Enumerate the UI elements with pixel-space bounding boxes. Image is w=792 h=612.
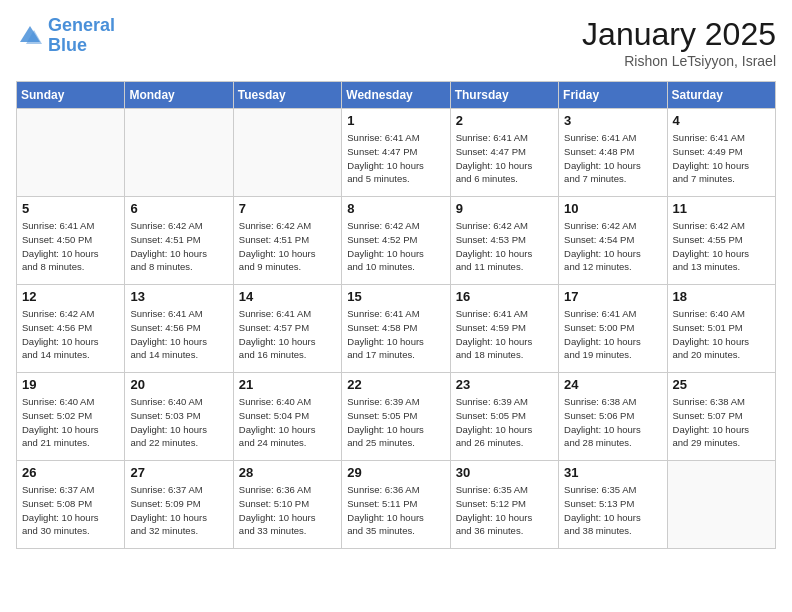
- day-header-friday: Friday: [559, 82, 667, 109]
- day-header-sunday: Sunday: [17, 82, 125, 109]
- logo-line1: General: [48, 15, 115, 35]
- day-number: 8: [347, 201, 444, 216]
- day-header-saturday: Saturday: [667, 82, 775, 109]
- day-info: Sunrise: 6:38 AM Sunset: 5:06 PM Dayligh…: [564, 395, 661, 450]
- calendar-cell: 18Sunrise: 6:40 AM Sunset: 5:01 PM Dayli…: [667, 285, 775, 373]
- logo: General Blue: [16, 16, 115, 56]
- day-number: 26: [22, 465, 119, 480]
- calendar-cell: 6Sunrise: 6:42 AM Sunset: 4:51 PM Daylig…: [125, 197, 233, 285]
- title-block: January 2025 Rishon LeTsiyyon, Israel: [582, 16, 776, 69]
- calendar-cell: 31Sunrise: 6:35 AM Sunset: 5:13 PM Dayli…: [559, 461, 667, 549]
- day-number: 4: [673, 113, 770, 128]
- calendar-cell: [233, 109, 341, 197]
- calendar-cell: 26Sunrise: 6:37 AM Sunset: 5:08 PM Dayli…: [17, 461, 125, 549]
- day-number: 10: [564, 201, 661, 216]
- week-row-3: 19Sunrise: 6:40 AM Sunset: 5:02 PM Dayli…: [17, 373, 776, 461]
- day-info: Sunrise: 6:37 AM Sunset: 5:09 PM Dayligh…: [130, 483, 227, 538]
- calendar-cell: 30Sunrise: 6:35 AM Sunset: 5:12 PM Dayli…: [450, 461, 558, 549]
- week-row-0: 1Sunrise: 6:41 AM Sunset: 4:47 PM Daylig…: [17, 109, 776, 197]
- day-info: Sunrise: 6:41 AM Sunset: 5:00 PM Dayligh…: [564, 307, 661, 362]
- day-number: 29: [347, 465, 444, 480]
- day-header-thursday: Thursday: [450, 82, 558, 109]
- day-number: 21: [239, 377, 336, 392]
- calendar-cell: [125, 109, 233, 197]
- logo-icon: [16, 22, 44, 50]
- day-header-monday: Monday: [125, 82, 233, 109]
- day-number: 7: [239, 201, 336, 216]
- day-number: 31: [564, 465, 661, 480]
- day-info: Sunrise: 6:41 AM Sunset: 4:49 PM Dayligh…: [673, 131, 770, 186]
- day-info: Sunrise: 6:41 AM Sunset: 4:50 PM Dayligh…: [22, 219, 119, 274]
- day-number: 13: [130, 289, 227, 304]
- day-number: 27: [130, 465, 227, 480]
- day-number: 5: [22, 201, 119, 216]
- day-number: 14: [239, 289, 336, 304]
- calendar-cell: [667, 461, 775, 549]
- day-info: Sunrise: 6:42 AM Sunset: 4:53 PM Dayligh…: [456, 219, 553, 274]
- calendar-cell: 1Sunrise: 6:41 AM Sunset: 4:47 PM Daylig…: [342, 109, 450, 197]
- day-info: Sunrise: 6:39 AM Sunset: 5:05 PM Dayligh…: [456, 395, 553, 450]
- day-info: Sunrise: 6:42 AM Sunset: 4:54 PM Dayligh…: [564, 219, 661, 274]
- calendar-cell: 21Sunrise: 6:40 AM Sunset: 5:04 PM Dayli…: [233, 373, 341, 461]
- day-number: 19: [22, 377, 119, 392]
- day-header-tuesday: Tuesday: [233, 82, 341, 109]
- calendar-cell: 7Sunrise: 6:42 AM Sunset: 4:51 PM Daylig…: [233, 197, 341, 285]
- week-row-4: 26Sunrise: 6:37 AM Sunset: 5:08 PM Dayli…: [17, 461, 776, 549]
- day-info: Sunrise: 6:42 AM Sunset: 4:52 PM Dayligh…: [347, 219, 444, 274]
- day-info: Sunrise: 6:35 AM Sunset: 5:12 PM Dayligh…: [456, 483, 553, 538]
- day-info: Sunrise: 6:35 AM Sunset: 5:13 PM Dayligh…: [564, 483, 661, 538]
- day-number: 17: [564, 289, 661, 304]
- calendar-cell: 5Sunrise: 6:41 AM Sunset: 4:50 PM Daylig…: [17, 197, 125, 285]
- calendar-cell: 9Sunrise: 6:42 AM Sunset: 4:53 PM Daylig…: [450, 197, 558, 285]
- calendar-cell: 14Sunrise: 6:41 AM Sunset: 4:57 PM Dayli…: [233, 285, 341, 373]
- day-info: Sunrise: 6:40 AM Sunset: 5:02 PM Dayligh…: [22, 395, 119, 450]
- calendar-cell: 22Sunrise: 6:39 AM Sunset: 5:05 PM Dayli…: [342, 373, 450, 461]
- day-info: Sunrise: 6:38 AM Sunset: 5:07 PM Dayligh…: [673, 395, 770, 450]
- calendar-cell: [17, 109, 125, 197]
- day-info: Sunrise: 6:36 AM Sunset: 5:11 PM Dayligh…: [347, 483, 444, 538]
- calendar-cell: 3Sunrise: 6:41 AM Sunset: 4:48 PM Daylig…: [559, 109, 667, 197]
- calendar-table: SundayMondayTuesdayWednesdayThursdayFrid…: [16, 81, 776, 549]
- day-number: 23: [456, 377, 553, 392]
- calendar-cell: 12Sunrise: 6:42 AM Sunset: 4:56 PM Dayli…: [17, 285, 125, 373]
- day-header-wednesday: Wednesday: [342, 82, 450, 109]
- week-row-1: 5Sunrise: 6:41 AM Sunset: 4:50 PM Daylig…: [17, 197, 776, 285]
- calendar-cell: 19Sunrise: 6:40 AM Sunset: 5:02 PM Dayli…: [17, 373, 125, 461]
- calendar-cell: 2Sunrise: 6:41 AM Sunset: 4:47 PM Daylig…: [450, 109, 558, 197]
- calendar-cell: 24Sunrise: 6:38 AM Sunset: 5:06 PM Dayli…: [559, 373, 667, 461]
- day-info: Sunrise: 6:42 AM Sunset: 4:51 PM Dayligh…: [130, 219, 227, 274]
- day-number: 1: [347, 113, 444, 128]
- day-number: 18: [673, 289, 770, 304]
- calendar-cell: 8Sunrise: 6:42 AM Sunset: 4:52 PM Daylig…: [342, 197, 450, 285]
- day-info: Sunrise: 6:39 AM Sunset: 5:05 PM Dayligh…: [347, 395, 444, 450]
- page-header: General Blue January 2025 Rishon LeTsiyy…: [16, 16, 776, 69]
- calendar-cell: 25Sunrise: 6:38 AM Sunset: 5:07 PM Dayli…: [667, 373, 775, 461]
- day-info: Sunrise: 6:41 AM Sunset: 4:57 PM Dayligh…: [239, 307, 336, 362]
- day-number: 6: [130, 201, 227, 216]
- day-number: 15: [347, 289, 444, 304]
- day-number: 28: [239, 465, 336, 480]
- day-info: Sunrise: 6:42 AM Sunset: 4:55 PM Dayligh…: [673, 219, 770, 274]
- logo-line2: Blue: [48, 35, 87, 55]
- calendar-cell: 16Sunrise: 6:41 AM Sunset: 4:59 PM Dayli…: [450, 285, 558, 373]
- month-title: January 2025: [582, 16, 776, 53]
- day-info: Sunrise: 6:41 AM Sunset: 4:48 PM Dayligh…: [564, 131, 661, 186]
- day-number: 12: [22, 289, 119, 304]
- calendar-cell: 23Sunrise: 6:39 AM Sunset: 5:05 PM Dayli…: [450, 373, 558, 461]
- day-info: Sunrise: 6:40 AM Sunset: 5:01 PM Dayligh…: [673, 307, 770, 362]
- day-info: Sunrise: 6:41 AM Sunset: 4:47 PM Dayligh…: [347, 131, 444, 186]
- calendar-cell: 4Sunrise: 6:41 AM Sunset: 4:49 PM Daylig…: [667, 109, 775, 197]
- calendar-cell: 27Sunrise: 6:37 AM Sunset: 5:09 PM Dayli…: [125, 461, 233, 549]
- day-info: Sunrise: 6:42 AM Sunset: 4:56 PM Dayligh…: [22, 307, 119, 362]
- week-row-2: 12Sunrise: 6:42 AM Sunset: 4:56 PM Dayli…: [17, 285, 776, 373]
- day-info: Sunrise: 6:41 AM Sunset: 4:47 PM Dayligh…: [456, 131, 553, 186]
- location-subtitle: Rishon LeTsiyyon, Israel: [582, 53, 776, 69]
- day-number: 20: [130, 377, 227, 392]
- calendar-cell: 10Sunrise: 6:42 AM Sunset: 4:54 PM Dayli…: [559, 197, 667, 285]
- day-number: 24: [564, 377, 661, 392]
- day-number: 11: [673, 201, 770, 216]
- day-info: Sunrise: 6:37 AM Sunset: 5:08 PM Dayligh…: [22, 483, 119, 538]
- day-number: 2: [456, 113, 553, 128]
- calendar-cell: 11Sunrise: 6:42 AM Sunset: 4:55 PM Dayli…: [667, 197, 775, 285]
- calendar-cell: 17Sunrise: 6:41 AM Sunset: 5:00 PM Dayli…: [559, 285, 667, 373]
